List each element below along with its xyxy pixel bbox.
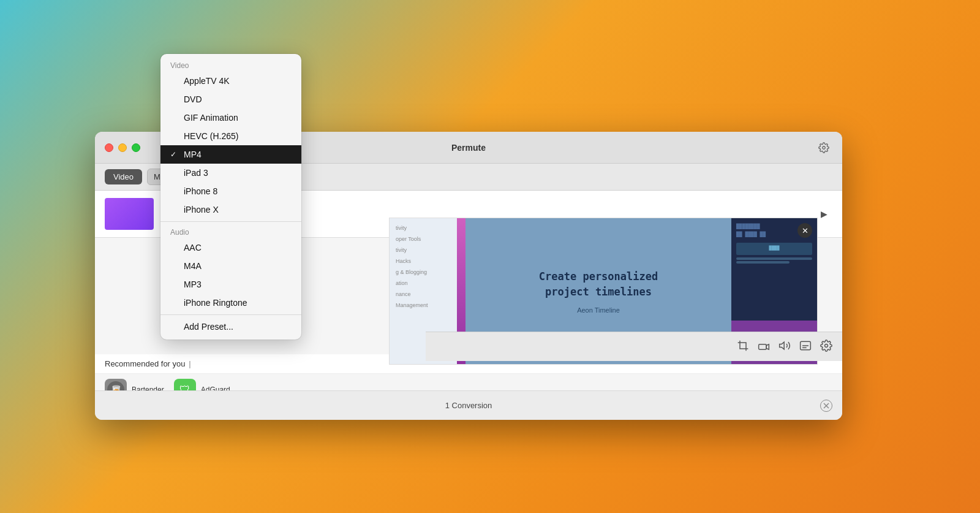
- sidebar-item-5: g & Blogging: [393, 267, 453, 277]
- svg-point-7: [825, 344, 828, 347]
- minimize-button[interactable]: [118, 143, 127, 152]
- menu-item-dvd-label: DVD: [184, 94, 202, 104]
- sidebar-item-8: Management: [393, 300, 453, 310]
- status-bar: 1 Conversion: [95, 390, 842, 420]
- add-preset-button[interactable]: Add Preset...: [160, 317, 301, 336]
- preview-card-text: Create personalized project timelines: [539, 269, 658, 300]
- sidebar-item-3: tivity: [393, 245, 453, 255]
- format-dropdown-menu: Video AppleTV 4K DVD GIF Animation HEVC …: [160, 54, 301, 340]
- menu-divider-2: [160, 314, 301, 315]
- video-format-button[interactable]: Video: [105, 169, 142, 184]
- bartender-label: Bartender: [132, 386, 164, 390]
- menu-item-iphonex[interactable]: iPhone X: [160, 200, 301, 219]
- bartender-icon: 🥃: [105, 379, 127, 390]
- svg-marker-3: [780, 342, 785, 349]
- menu-item-ipad3-label: iPad 3: [184, 168, 208, 178]
- menu-item-aac-label: AAC: [184, 243, 202, 253]
- preview-sublabel: Aeon Timeline: [577, 306, 620, 314]
- desktop: Permute Video MP4 ▼: [0, 0, 980, 513]
- menu-item-dvd[interactable]: DVD: [160, 90, 301, 108]
- menu-item-ipad3[interactable]: iPad 3: [160, 164, 301, 182]
- menu-item-gif-label: GIF Animation: [184, 113, 238, 123]
- cursor-indicator: |: [189, 359, 190, 368]
- menu-item-iphone8[interactable]: iPhone 8: [160, 182, 301, 200]
- menu-item-mp4-label: MP4: [184, 150, 202, 159]
- svg-marker-2: [766, 344, 769, 349]
- play-button-1[interactable]: ▶: [815, 205, 832, 222]
- sidebar-item-2: oper Tools: [393, 234, 453, 244]
- menu-item-appletv4k[interactable]: AppleTV 4K: [160, 72, 301, 90]
- sidebar-item-6: ation: [393, 278, 453, 288]
- subtitles-icon[interactable]: [799, 340, 812, 354]
- settings-icon[interactable]: [815, 139, 832, 156]
- crop-icon[interactable]: [737, 340, 749, 354]
- sidebar-item-1: tivity: [393, 223, 453, 233]
- cancel-conversion-button[interactable]: [820, 400, 832, 412]
- audio-icon[interactable]: [778, 340, 791, 354]
- menu-item-m4a[interactable]: M4A: [160, 257, 301, 275]
- window-title: Permute: [451, 143, 486, 153]
- menu-item-gif[interactable]: GIF Animation: [160, 108, 301, 127]
- maximize-button[interactable]: [132, 143, 140, 152]
- svg-point-0: [823, 146, 826, 149]
- recommended-label: Recommended for you: [105, 359, 186, 368]
- sidebar-item-7: nance: [393, 289, 453, 299]
- menu-item-iphonex-label: iPhone X: [184, 205, 219, 215]
- traffic-lights: [105, 143, 140, 152]
- app-item-adguard: 🛡 AdGuard: [174, 379, 230, 390]
- settings-gear-icon[interactable]: [820, 340, 832, 354]
- status-text: 1 Conversion: [445, 401, 492, 410]
- menu-item-mp3[interactable]: MP3: [160, 275, 301, 294]
- apps-strip: 🥃 Bartender 🛡 AdGuard: [95, 374, 842, 390]
- add-preset-label: Add Preset...: [184, 322, 233, 332]
- audio-section-header: Audio: [160, 224, 301, 238]
- menu-item-iphone8-label: iPhone 8: [184, 186, 217, 196]
- menu-item-mp3-label: MP3: [184, 279, 202, 289]
- menu-item-iphone-ringtone[interactable]: iPhone Ringtone: [160, 294, 301, 312]
- adguard-icon: 🛡: [174, 379, 196, 390]
- sidebar-item-4: Hacks: [393, 256, 453, 266]
- menu-item-appletv4k-label: AppleTV 4K: [184, 76, 230, 86]
- menu-item-iphone-ringtone-label: iPhone Ringtone: [184, 298, 247, 308]
- checkmark-mp4: ✓: [170, 150, 179, 159]
- toolbar-bottom: [426, 332, 842, 361]
- menu-item-hevc-label: HEVC (H.265): [184, 131, 238, 141]
- preview-close-button[interactable]: ✕: [797, 223, 812, 238]
- close-button[interactable]: [105, 143, 113, 152]
- menu-item-hevc[interactable]: HEVC (H.265): [160, 127, 301, 145]
- menu-item-mp4[interactable]: ✓ MP4: [160, 145, 301, 164]
- menu-item-aac[interactable]: AAC: [160, 238, 301, 257]
- app-item-bartender: 🥃 Bartender: [105, 379, 164, 390]
- video-icon[interactable]: [758, 341, 770, 353]
- file-thumbnail-1: [105, 198, 154, 230]
- adguard-label: AdGuard: [201, 386, 230, 390]
- svg-rect-1: [759, 344, 767, 349]
- menu-divider-1: [160, 221, 301, 222]
- menu-item-m4a-label: M4A: [184, 261, 202, 271]
- video-section-header: Video: [160, 58, 301, 72]
